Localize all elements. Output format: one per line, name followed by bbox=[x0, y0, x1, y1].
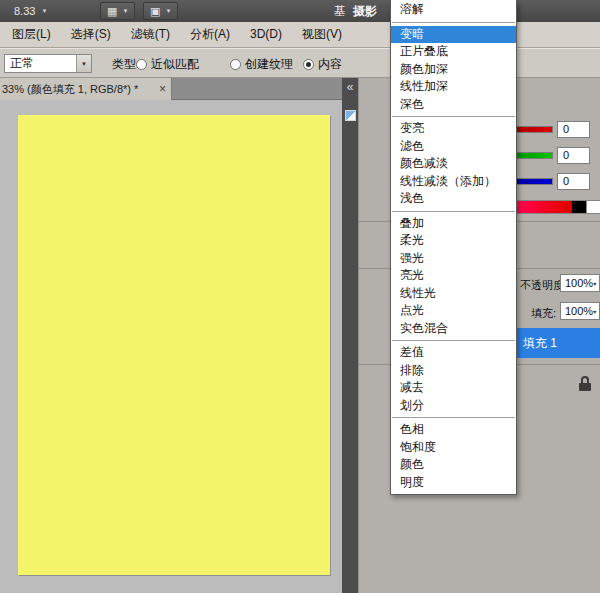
menu-select[interactable]: 选择(S) bbox=[61, 22, 121, 47]
menu-item-saturation[interactable]: 饱和度 bbox=[391, 439, 516, 457]
opacity-value: 100% bbox=[565, 277, 593, 289]
menu-separator bbox=[392, 211, 515, 212]
menu-analysis[interactable]: 分析(A) bbox=[180, 22, 240, 47]
menu-item-darker-color[interactable]: 深色 bbox=[391, 96, 516, 114]
screen-mode-button[interactable]: ▣ ▼ bbox=[143, 2, 178, 20]
menu-filter[interactable]: 滤镜(T) bbox=[121, 22, 180, 47]
menu-layer[interactable]: 图层(L) bbox=[2, 22, 61, 47]
green-value-input[interactable]: 0 bbox=[557, 147, 590, 164]
menu-separator bbox=[392, 417, 515, 418]
opacity-input[interactable]: 100% ▾ bbox=[560, 274, 600, 292]
red-value-input[interactable]: 0 bbox=[557, 121, 590, 138]
zoom-control[interactable]: 8.33 ▼ bbox=[14, 0, 47, 22]
canvas[interactable] bbox=[18, 115, 330, 575]
white-swatch[interactable] bbox=[586, 201, 600, 213]
black-swatch[interactable] bbox=[572, 201, 586, 213]
chevron-down-icon: ▾ bbox=[593, 280, 599, 287]
chevron-down-icon: ▼ bbox=[165, 8, 171, 14]
fill-label: 填充: bbox=[531, 306, 556, 321]
menu-item-lighter-color[interactable]: 浅色 bbox=[391, 190, 516, 208]
menu-item-hard-mix[interactable]: 实色混合 bbox=[391, 320, 516, 338]
menu-item-subtract[interactable]: 减去 bbox=[391, 379, 516, 397]
fill-input[interactable]: 100% ▾ bbox=[560, 302, 600, 320]
menu-item-multiply[interactable]: 正片叠底 bbox=[391, 43, 516, 61]
document-tab-bar: 33% (颜色填充 1, RGB/8*) * × bbox=[0, 78, 342, 100]
screen-mode-icon: ▣ bbox=[150, 5, 160, 18]
menu-item-color[interactable]: 颜色 bbox=[391, 456, 516, 474]
radio-proximity-match[interactable]: 近似匹配 bbox=[136, 49, 199, 79]
menu-item-darken[interactable]: 变暗 bbox=[391, 26, 516, 44]
chevron-down-icon: ▼ bbox=[122, 8, 128, 14]
collapsed-panel-icon[interactable] bbox=[345, 110, 356, 121]
menu-separator bbox=[392, 22, 515, 23]
menu-item-exclusion[interactable]: 排除 bbox=[391, 362, 516, 380]
photoshop-window: 8.33 ▼ ▦ ▼ ▣ ▼ 基 摄影 图层(L) 选择(S) 滤镜(T) 分析… bbox=[0, 0, 600, 593]
menu-item-luminosity[interactable]: 明度 bbox=[391, 474, 516, 492]
menu-item-screen[interactable]: 滤色 bbox=[391, 138, 516, 156]
menu-item-overlay[interactable]: 叠加 bbox=[391, 215, 516, 233]
grid-icon: ▦ bbox=[107, 5, 117, 18]
menu-separator bbox=[392, 340, 515, 341]
menu-3d[interactable]: 3D(D) bbox=[240, 22, 292, 47]
blue-value-input[interactable]: 0 bbox=[557, 173, 590, 190]
chevron-down-icon: ▼ bbox=[41, 8, 47, 14]
document-tab[interactable]: 33% (颜色填充 1, RGB/8*) * × bbox=[0, 78, 172, 100]
menu-item-divide[interactable]: 划分 bbox=[391, 397, 516, 415]
lock-body bbox=[579, 383, 591, 391]
radio-label: 创建纹理 bbox=[245, 56, 293, 73]
chevron-down-icon: ▼ bbox=[81, 61, 87, 67]
collapse-panels-button[interactable]: « bbox=[342, 78, 358, 98]
menu-item-dissolve[interactable]: 溶解 bbox=[391, 1, 516, 19]
radio-icon bbox=[136, 59, 147, 70]
menu-item-hue[interactable]: 色相 bbox=[391, 421, 516, 439]
menu-item-soft-light[interactable]: 柔光 bbox=[391, 232, 516, 250]
menu-separator bbox=[392, 116, 515, 117]
menu-item-color-dodge[interactable]: 颜色减淡 bbox=[391, 155, 516, 173]
chevron-down-icon: ▾ bbox=[593, 308, 599, 315]
pasteboard bbox=[0, 100, 342, 593]
close-icon[interactable]: × bbox=[159, 83, 166, 95]
dock-strip: « bbox=[342, 78, 358, 593]
blend-mode-select[interactable]: 正常 ▼ bbox=[4, 54, 92, 73]
menu-item-hard-light[interactable]: 强光 bbox=[391, 250, 516, 268]
lock-shackle bbox=[581, 376, 589, 383]
menu-item-pin-light[interactable]: 点光 bbox=[391, 302, 516, 320]
menu-item-difference[interactable]: 差值 bbox=[391, 344, 516, 362]
menu-item-linear-burn[interactable]: 线性加深 bbox=[391, 78, 516, 96]
radio-label: 内容 bbox=[318, 56, 342, 73]
radio-icon bbox=[230, 59, 241, 70]
menu-item-lighten[interactable]: 变亮 bbox=[391, 120, 516, 138]
menu-item-vivid-light[interactable]: 亮光 bbox=[391, 267, 516, 285]
view-extras-button[interactable]: ▦ ▼ bbox=[100, 2, 135, 20]
combo-arrow-button[interactable]: ▼ bbox=[76, 55, 91, 72]
lock-icon[interactable] bbox=[579, 376, 591, 391]
document-title: 33% (颜色填充 1, RGB/8*) * bbox=[2, 82, 156, 97]
workspace-tab-photography[interactable]: 摄影 bbox=[353, 0, 377, 22]
menu-view[interactable]: 视图(V) bbox=[292, 22, 352, 47]
zoom-value: 8.33 bbox=[14, 5, 35, 17]
radio-create-texture[interactable]: 创建纹理 bbox=[230, 49, 293, 79]
radio-content-aware[interactable]: 内容 bbox=[303, 49, 342, 79]
radio-label: 近似匹配 bbox=[151, 56, 199, 73]
menu-item-color-burn[interactable]: 颜色加深 bbox=[391, 61, 516, 79]
blend-mode-menu: 溶解 变暗 正片叠底 颜色加深 线性加深 深色 变亮 滤色 颜色减淡 线性减淡（… bbox=[390, 0, 517, 495]
menu-item-linear-light[interactable]: 线性光 bbox=[391, 285, 516, 303]
blend-mode-current-value: 正常 bbox=[5, 55, 76, 72]
menu-item-linear-dodge[interactable]: 线性减淡（添加） bbox=[391, 173, 516, 191]
layer-name: 填充 1 bbox=[523, 335, 557, 352]
fill-value: 100% bbox=[565, 305, 593, 317]
workspace-tab-basic[interactable]: 基 bbox=[334, 0, 346, 22]
radio-icon bbox=[303, 59, 314, 70]
